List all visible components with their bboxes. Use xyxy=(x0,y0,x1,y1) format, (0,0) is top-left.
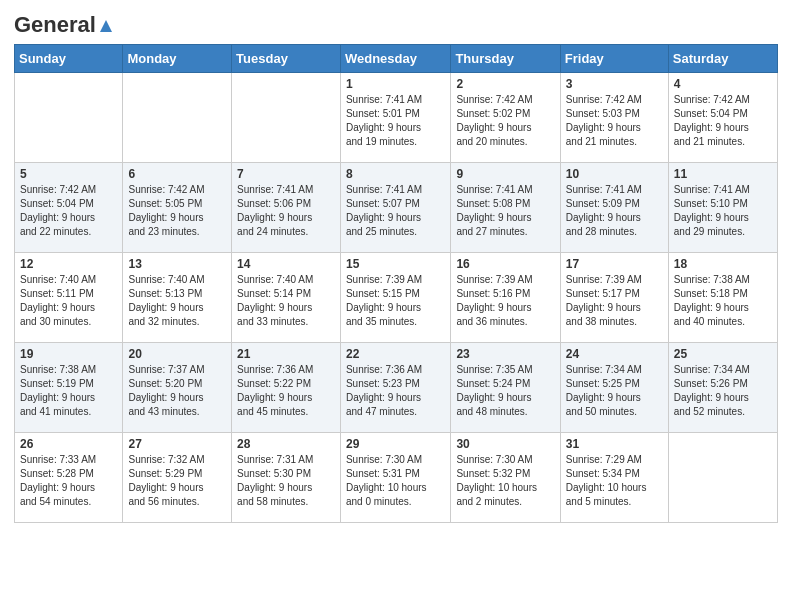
day-number: 21 xyxy=(237,347,335,361)
day-cell: 1Sunrise: 7:41 AM Sunset: 5:01 PM Daylig… xyxy=(340,73,450,163)
day-number: 22 xyxy=(346,347,445,361)
day-cell: 31Sunrise: 7:29 AM Sunset: 5:34 PM Dayli… xyxy=(560,433,668,523)
day-number: 7 xyxy=(237,167,335,181)
day-cell: 18Sunrise: 7:38 AM Sunset: 5:18 PM Dayli… xyxy=(668,253,777,343)
day-info: Sunrise: 7:29 AM Sunset: 5:34 PM Dayligh… xyxy=(566,453,663,509)
week-row-5: 26Sunrise: 7:33 AM Sunset: 5:28 PM Dayli… xyxy=(15,433,778,523)
weekday-header-saturday: Saturday xyxy=(668,45,777,73)
day-info: Sunrise: 7:39 AM Sunset: 5:15 PM Dayligh… xyxy=(346,273,445,329)
day-info: Sunrise: 7:38 AM Sunset: 5:18 PM Dayligh… xyxy=(674,273,772,329)
day-cell: 8Sunrise: 7:41 AM Sunset: 5:07 PM Daylig… xyxy=(340,163,450,253)
day-info: Sunrise: 7:40 AM Sunset: 5:13 PM Dayligh… xyxy=(128,273,226,329)
day-info: Sunrise: 7:32 AM Sunset: 5:29 PM Dayligh… xyxy=(128,453,226,509)
weekday-header-thursday: Thursday xyxy=(451,45,560,73)
day-cell xyxy=(668,433,777,523)
logo: General xyxy=(14,14,114,36)
day-number: 24 xyxy=(566,347,663,361)
day-number: 25 xyxy=(674,347,772,361)
day-info: Sunrise: 7:42 AM Sunset: 5:05 PM Dayligh… xyxy=(128,183,226,239)
day-info: Sunrise: 7:33 AM Sunset: 5:28 PM Dayligh… xyxy=(20,453,117,509)
day-number: 11 xyxy=(674,167,772,181)
day-info: Sunrise: 7:34 AM Sunset: 5:26 PM Dayligh… xyxy=(674,363,772,419)
day-cell: 5Sunrise: 7:42 AM Sunset: 5:04 PM Daylig… xyxy=(15,163,123,253)
day-info: Sunrise: 7:42 AM Sunset: 5:04 PM Dayligh… xyxy=(20,183,117,239)
day-cell: 27Sunrise: 7:32 AM Sunset: 5:29 PM Dayli… xyxy=(123,433,232,523)
day-cell: 9Sunrise: 7:41 AM Sunset: 5:08 PM Daylig… xyxy=(451,163,560,253)
day-cell: 21Sunrise: 7:36 AM Sunset: 5:22 PM Dayli… xyxy=(232,343,341,433)
day-cell: 30Sunrise: 7:30 AM Sunset: 5:32 PM Dayli… xyxy=(451,433,560,523)
weekday-header-wednesday: Wednesday xyxy=(340,45,450,73)
day-cell: 12Sunrise: 7:40 AM Sunset: 5:11 PM Dayli… xyxy=(15,253,123,343)
day-info: Sunrise: 7:42 AM Sunset: 5:02 PM Dayligh… xyxy=(456,93,554,149)
day-number: 20 xyxy=(128,347,226,361)
week-row-2: 5Sunrise: 7:42 AM Sunset: 5:04 PM Daylig… xyxy=(15,163,778,253)
day-cell: 28Sunrise: 7:31 AM Sunset: 5:30 PM Dayli… xyxy=(232,433,341,523)
day-info: Sunrise: 7:42 AM Sunset: 5:03 PM Dayligh… xyxy=(566,93,663,149)
weekday-header-sunday: Sunday xyxy=(15,45,123,73)
day-cell: 15Sunrise: 7:39 AM Sunset: 5:15 PM Dayli… xyxy=(340,253,450,343)
day-cell: 7Sunrise: 7:41 AM Sunset: 5:06 PM Daylig… xyxy=(232,163,341,253)
day-number: 26 xyxy=(20,437,117,451)
week-row-1: 1Sunrise: 7:41 AM Sunset: 5:01 PM Daylig… xyxy=(15,73,778,163)
day-number: 6 xyxy=(128,167,226,181)
day-cell xyxy=(232,73,341,163)
weekday-header-monday: Monday xyxy=(123,45,232,73)
day-info: Sunrise: 7:39 AM Sunset: 5:16 PM Dayligh… xyxy=(456,273,554,329)
day-info: Sunrise: 7:31 AM Sunset: 5:30 PM Dayligh… xyxy=(237,453,335,509)
day-cell: 29Sunrise: 7:30 AM Sunset: 5:31 PM Dayli… xyxy=(340,433,450,523)
day-info: Sunrise: 7:39 AM Sunset: 5:17 PM Dayligh… xyxy=(566,273,663,329)
week-row-4: 19Sunrise: 7:38 AM Sunset: 5:19 PM Dayli… xyxy=(15,343,778,433)
day-cell: 16Sunrise: 7:39 AM Sunset: 5:16 PM Dayli… xyxy=(451,253,560,343)
day-number: 19 xyxy=(20,347,117,361)
day-info: Sunrise: 7:34 AM Sunset: 5:25 PM Dayligh… xyxy=(566,363,663,419)
day-info: Sunrise: 7:35 AM Sunset: 5:24 PM Dayligh… xyxy=(456,363,554,419)
day-number: 13 xyxy=(128,257,226,271)
day-cell: 6Sunrise: 7:42 AM Sunset: 5:05 PM Daylig… xyxy=(123,163,232,253)
day-info: Sunrise: 7:41 AM Sunset: 5:10 PM Dayligh… xyxy=(674,183,772,239)
day-info: Sunrise: 7:41 AM Sunset: 5:09 PM Dayligh… xyxy=(566,183,663,239)
day-number: 29 xyxy=(346,437,445,451)
day-info: Sunrise: 7:38 AM Sunset: 5:19 PM Dayligh… xyxy=(20,363,117,419)
day-cell: 25Sunrise: 7:34 AM Sunset: 5:26 PM Dayli… xyxy=(668,343,777,433)
day-info: Sunrise: 7:41 AM Sunset: 5:01 PM Dayligh… xyxy=(346,93,445,149)
header: General xyxy=(14,10,778,36)
day-info: Sunrise: 7:36 AM Sunset: 5:22 PM Dayligh… xyxy=(237,363,335,419)
day-number: 9 xyxy=(456,167,554,181)
day-info: Sunrise: 7:36 AM Sunset: 5:23 PM Dayligh… xyxy=(346,363,445,419)
day-cell: 2Sunrise: 7:42 AM Sunset: 5:02 PM Daylig… xyxy=(451,73,560,163)
day-info: Sunrise: 7:40 AM Sunset: 5:14 PM Dayligh… xyxy=(237,273,335,329)
day-info: Sunrise: 7:30 AM Sunset: 5:31 PM Dayligh… xyxy=(346,453,445,509)
day-cell: 22Sunrise: 7:36 AM Sunset: 5:23 PM Dayli… xyxy=(340,343,450,433)
day-cell: 23Sunrise: 7:35 AM Sunset: 5:24 PM Dayli… xyxy=(451,343,560,433)
day-number: 28 xyxy=(237,437,335,451)
day-cell: 11Sunrise: 7:41 AM Sunset: 5:10 PM Dayli… xyxy=(668,163,777,253)
day-cell: 20Sunrise: 7:37 AM Sunset: 5:20 PM Dayli… xyxy=(123,343,232,433)
day-cell: 19Sunrise: 7:38 AM Sunset: 5:19 PM Dayli… xyxy=(15,343,123,433)
day-info: Sunrise: 7:41 AM Sunset: 5:06 PM Dayligh… xyxy=(237,183,335,239)
day-number: 23 xyxy=(456,347,554,361)
day-number: 12 xyxy=(20,257,117,271)
weekday-header-row: SundayMondayTuesdayWednesdayThursdayFrid… xyxy=(15,45,778,73)
day-info: Sunrise: 7:41 AM Sunset: 5:08 PM Dayligh… xyxy=(456,183,554,239)
day-cell: 14Sunrise: 7:40 AM Sunset: 5:14 PM Dayli… xyxy=(232,253,341,343)
day-number: 30 xyxy=(456,437,554,451)
day-number: 14 xyxy=(237,257,335,271)
day-cell: 24Sunrise: 7:34 AM Sunset: 5:25 PM Dayli… xyxy=(560,343,668,433)
weekday-header-friday: Friday xyxy=(560,45,668,73)
day-cell xyxy=(15,73,123,163)
day-cell: 13Sunrise: 7:40 AM Sunset: 5:13 PM Dayli… xyxy=(123,253,232,343)
day-cell: 17Sunrise: 7:39 AM Sunset: 5:17 PM Dayli… xyxy=(560,253,668,343)
day-number: 1 xyxy=(346,77,445,91)
logo-text: General xyxy=(14,14,114,36)
day-number: 3 xyxy=(566,77,663,91)
day-cell: 3Sunrise: 7:42 AM Sunset: 5:03 PM Daylig… xyxy=(560,73,668,163)
day-number: 15 xyxy=(346,257,445,271)
day-info: Sunrise: 7:40 AM Sunset: 5:11 PM Dayligh… xyxy=(20,273,117,329)
day-number: 31 xyxy=(566,437,663,451)
day-info: Sunrise: 7:37 AM Sunset: 5:20 PM Dayligh… xyxy=(128,363,226,419)
day-number: 16 xyxy=(456,257,554,271)
week-row-3: 12Sunrise: 7:40 AM Sunset: 5:11 PM Dayli… xyxy=(15,253,778,343)
day-number: 8 xyxy=(346,167,445,181)
weekday-header-tuesday: Tuesday xyxy=(232,45,341,73)
calendar-table: SundayMondayTuesdayWednesdayThursdayFrid… xyxy=(14,44,778,523)
